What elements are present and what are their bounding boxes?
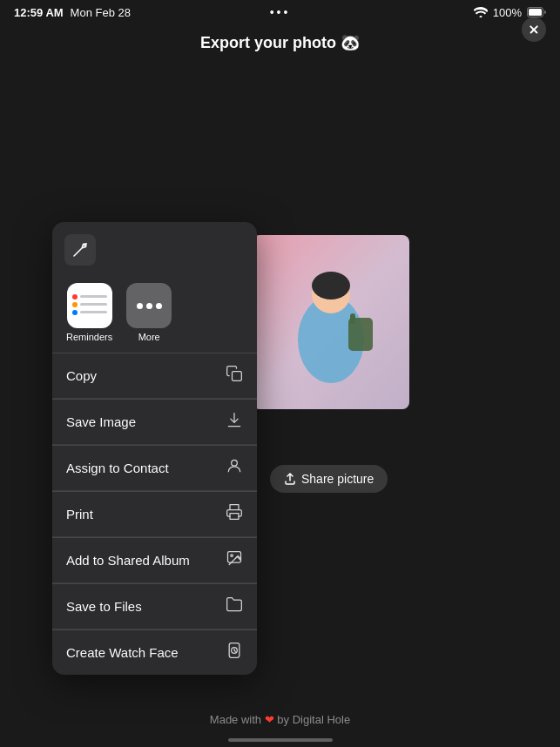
svg-point-7	[84, 245, 85, 246]
svg-point-4	[312, 272, 350, 299]
more-label: More	[138, 332, 160, 342]
svg-rect-6	[350, 313, 355, 324]
menu-item-watch-face[interactable]: Create Watch Face	[52, 630, 257, 675]
footer-text: Made with	[210, 713, 261, 726]
more-icon	[126, 283, 172, 328]
footer-heart: ❤	[265, 713, 274, 726]
menu-item-shared-album[interactable]: Add to Shared Album	[52, 538, 257, 583]
svg-rect-1	[529, 9, 542, 16]
battery-icon	[527, 7, 546, 17]
reminders-icon	[67, 283, 112, 328]
copy-icon	[226, 365, 243, 387]
photo-person	[298, 272, 373, 383]
footer-suffix: by Digital Hole	[277, 713, 350, 726]
status-bar: 12:59 AM Mon Feb 28 ••• 100%	[0, 0, 560, 24]
photo-area	[253, 235, 409, 409]
menu-item-save-files[interactable]: Save to Files	[52, 584, 257, 629]
svg-point-12	[231, 555, 233, 557]
copy-label: Copy	[66, 368, 97, 383]
menu-item-save-image[interactable]: Save Image	[52, 400, 257, 445]
assign-contact-label: Assign to Contact	[66, 461, 169, 475]
status-time: 12:59 AM	[14, 6, 64, 19]
assign-contact-icon	[226, 457, 243, 479]
home-indicator	[228, 738, 333, 742]
close-button[interactable]	[522, 17, 546, 42]
page-title: Export your photo 🐼	[0, 33, 560, 52]
save-image-label: Save Image	[66, 414, 136, 429]
status-date: Mon Feb 28	[71, 6, 131, 19]
app-item-more[interactable]: More	[126, 283, 172, 342]
save-files-label: Save to Files	[66, 599, 142, 614]
status-dots: •••	[270, 5, 291, 19]
share-picture-label: Share picture	[301, 472, 374, 486]
magic-wand-icon	[64, 234, 96, 266]
svg-point-9	[232, 460, 238, 466]
shared-album-icon	[226, 549, 243, 571]
svg-rect-8	[233, 372, 242, 381]
print-icon	[226, 503, 243, 525]
watch-face-icon	[226, 642, 243, 663]
app-item-reminders[interactable]: Reminders	[66, 283, 112, 342]
menu-item-print[interactable]: Print	[52, 492, 257, 537]
menu-item-assign-contact[interactable]: Assign to Contact	[52, 446, 257, 491]
wifi-icon	[474, 7, 488, 17]
save-files-icon	[226, 596, 243, 617]
share-panel: Reminders More Copy Save Image	[52, 222, 257, 675]
save-image-icon	[226, 411, 243, 433]
shared-album-label: Add to Shared Album	[66, 553, 190, 568]
menu-item-copy[interactable]: Copy	[52, 353, 257, 399]
svg-rect-10	[230, 514, 239, 520]
share-picture-button[interactable]: Share picture	[270, 465, 388, 493]
print-label: Print	[66, 507, 93, 522]
battery-label: 100%	[493, 6, 522, 19]
footer: Made with ❤ by Digital Hole	[0, 713, 560, 726]
reminders-label: Reminders	[66, 332, 112, 342]
watch-face-label: Create Watch Face	[66, 645, 179, 660]
app-icons-row: Reminders More	[52, 269, 257, 353]
